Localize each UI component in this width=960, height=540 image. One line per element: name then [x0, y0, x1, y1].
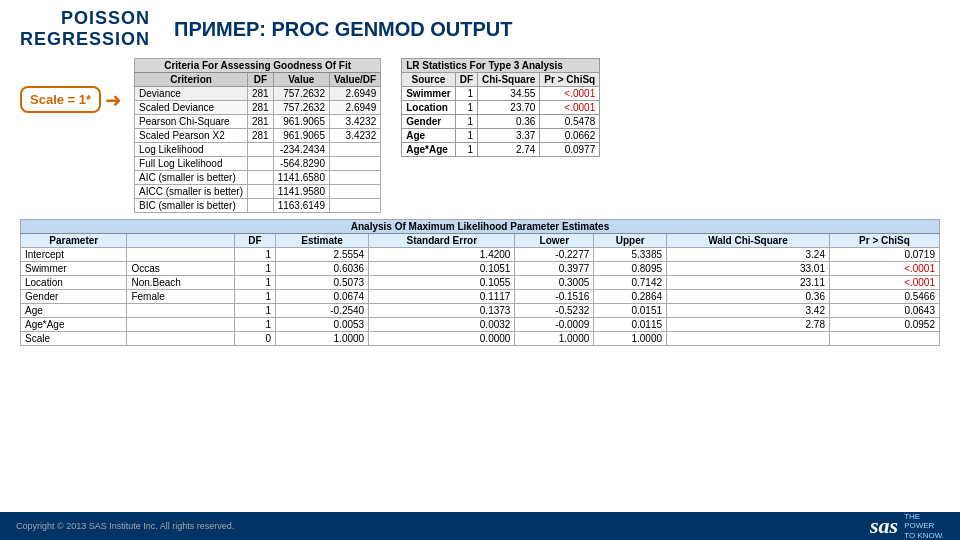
- param-data-row: Age*Age10.00530.0032-0.00090.01152.780.0…: [21, 318, 940, 332]
- criteria-row: Log Likelihood-234.2434: [135, 143, 381, 157]
- col-df: DF: [247, 73, 273, 87]
- param-header-row: ParameterDFEstimateStandard ErrorLowerUp…: [21, 234, 940, 248]
- criteria-row: BIC (smaller is better)1163.6149: [135, 199, 381, 213]
- criteria-row: Pearson Chi-Square281961.90653.4232: [135, 115, 381, 129]
- param-data-row: Intercept12.55541.4200-0.22775.33853.240…: [21, 248, 940, 262]
- param-title-row: Analysis Of Maximum Likelihood Parameter…: [21, 220, 940, 234]
- col-value: Value: [273, 73, 329, 87]
- criteria-header-row: Criterion DF Value Value/DF: [135, 73, 381, 87]
- criteria-row: Full Log Likelihood-564.8290: [135, 157, 381, 171]
- col-criterion: Criterion: [135, 73, 248, 87]
- scale-indicator: Scale = 1* ➜: [20, 86, 126, 113]
- lr-title-row: LR Statistics For Type 3 Analysis: [402, 59, 600, 73]
- arrow-right-icon: ➜: [105, 88, 122, 112]
- lr-col-source: Source: [402, 73, 455, 87]
- criteria-table-title: Criteria For Assessing Goodness Of Fit: [135, 59, 381, 73]
- header-regression: REGRESSION: [20, 29, 150, 50]
- param-table-wrap: Analysis Of Maximum Likelihood Parameter…: [20, 219, 940, 346]
- criteria-row: Scaled Pearson X2281961.90653.4232: [135, 129, 381, 143]
- header-poisson: POISSON: [61, 8, 150, 29]
- criteria-row: Deviance281757.26322.6949: [135, 87, 381, 101]
- lr-row: Gender10.360.5478: [402, 115, 600, 129]
- criteria-row: Scaled Deviance281757.26322.6949: [135, 101, 381, 115]
- param-data-row: GenderFemale10.06740.1117-0.15160.28640.…: [21, 290, 940, 304]
- scale-box: Scale = 1*: [20, 86, 101, 113]
- criteria-title-row: Criteria For Assessing Goodness Of Fit: [135, 59, 381, 73]
- lr-header-row: Source DF Chi-Square Pr > ChiSq: [402, 73, 600, 87]
- lr-table: LR Statistics For Type 3 Analysis Source…: [401, 58, 600, 157]
- lr-col-df: DF: [455, 73, 477, 87]
- header-brand: POISSON REGRESSION: [20, 8, 150, 50]
- sas-logo: sas: [870, 513, 898, 539]
- param-data-row: LocationNon.Beach10.50730.10550.30050.71…: [21, 276, 940, 290]
- lr-table-title: LR Statistics For Type 3 Analysis: [402, 59, 600, 73]
- header-title: ПРИМЕР: PROC GENMOD OUTPUT: [174, 18, 513, 41]
- param-data-row: SwimmerOccas10.60360.10510.39770.809533.…: [21, 262, 940, 276]
- lr-col-chisq: Chi-Square: [478, 73, 540, 87]
- param-table: Analysis Of Maximum Likelihood Parameter…: [20, 219, 940, 346]
- param-data-row: Age1-0.25400.1373-0.52320.01513.420.0643: [21, 304, 940, 318]
- lr-row: Swimmer134.55<.0001: [402, 87, 600, 101]
- criteria-table: Criteria For Assessing Goodness Of Fit C…: [134, 58, 381, 213]
- sas-logo-area: sas THE POWER TO KNOW.: [870, 512, 944, 540]
- footer: Copyright © 2013 SAS Institute Inc. All …: [0, 512, 960, 540]
- lr-row: Location123.70<.0001: [402, 101, 600, 115]
- header: POISSON REGRESSION ПРИМЕР: PROC GENMOD O…: [0, 0, 960, 58]
- top-section: Scale = 1* ➜ Criteria For Assessing Good…: [0, 58, 960, 213]
- criteria-row: AIC (smaller is better)1141.6580: [135, 171, 381, 185]
- footer-copyright: Copyright © 2013 SAS Institute Inc. All …: [16, 521, 234, 531]
- col-value-df: Value/DF: [329, 73, 380, 87]
- sas-tagline: THE POWER TO KNOW.: [904, 512, 944, 540]
- lr-row: Age13.370.0662: [402, 129, 600, 143]
- param-data-row: Scale01.00000.00001.00001.0000: [21, 332, 940, 346]
- lr-col-pr: Pr > ChiSq: [540, 73, 600, 87]
- criteria-row: AICC (smaller is better)1141.9580: [135, 185, 381, 199]
- lr-row: Age*Age12.740.0977: [402, 143, 600, 157]
